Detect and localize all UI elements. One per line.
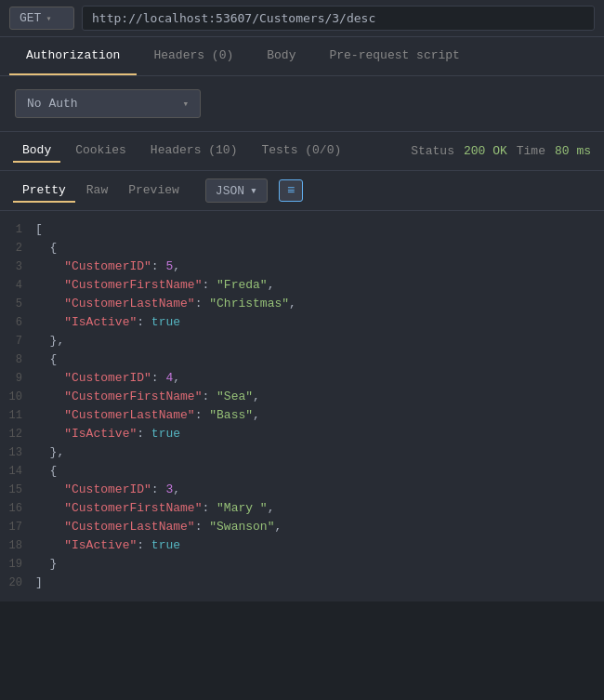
url-input[interactable]	[82, 6, 595, 31]
wrap-button[interactable]: ≡	[279, 179, 303, 202]
code-line: 3 "CustomerID": 5,	[0, 258, 604, 276]
method-label: GET	[20, 11, 41, 25]
line-number: 9	[0, 369, 35, 388]
line-number: 8	[0, 350, 35, 369]
fmt-tab-pretty[interactable]: Pretty	[13, 179, 75, 203]
json-format-dropdown[interactable]: JSON ▾	[205, 178, 268, 203]
code-line: 9 "CustomerID": 4,	[0, 369, 604, 388]
response-tabs: Body Cookies Headers (10) Tests (0/0) St…	[0, 132, 604, 171]
resp-tab-tests[interactable]: Tests (0/0)	[252, 139, 350, 163]
status-label: Status	[411, 144, 454, 158]
line-content: {	[35, 239, 57, 258]
code-line: 20]	[0, 574, 604, 592]
line-number: 10	[0, 388, 35, 406]
resp-tab-cookies[interactable]: Cookies	[66, 139, 136, 163]
auth-section: No Auth ▾	[0, 76, 604, 132]
line-number: 18	[0, 536, 35, 555]
line-content: "IsActive": true	[35, 313, 180, 332]
auth-type-label: No Auth	[27, 97, 78, 111]
code-line: 17 "CustomerLastName": "Swanson",	[0, 518, 604, 536]
code-line: 14 {	[0, 462, 604, 481]
line-content: "CustomerID": 4,	[35, 369, 180, 388]
code-line: 4 "CustomerFirstName": "Freda",	[0, 276, 604, 295]
line-number: 5	[0, 295, 35, 313]
line-content: "CustomerLastName": "Bass",	[35, 406, 260, 425]
response-area: Body Cookies Headers (10) Tests (0/0) St…	[0, 132, 604, 601]
code-line: 10 "CustomerFirstName": "Sea",	[0, 388, 604, 406]
line-number: 12	[0, 425, 35, 443]
fmt-tab-preview[interactable]: Preview	[119, 179, 189, 203]
code-line: 13 },	[0, 443, 604, 462]
code-line: 11 "CustomerLastName": "Bass",	[0, 406, 604, 425]
tab-body[interactable]: Body	[250, 37, 312, 75]
line-number: 13	[0, 443, 35, 462]
code-line: 6 "IsActive": true	[0, 313, 604, 332]
line-number: 6	[0, 313, 35, 332]
code-line: 18 "IsActive": true	[0, 536, 604, 555]
line-number: 1	[0, 220, 35, 239]
resp-tab-headers[interactable]: Headers (10)	[141, 139, 247, 163]
line-content: "IsActive": true	[35, 536, 180, 555]
code-line: 7 },	[0, 332, 604, 350]
code-line: 12 "IsActive": true	[0, 425, 604, 443]
line-number: 17	[0, 518, 35, 536]
line-content: {	[35, 350, 57, 369]
line-number: 15	[0, 481, 35, 499]
line-number: 7	[0, 332, 35, 350]
code-line: 5 "CustomerLastName": "Christmas",	[0, 295, 604, 313]
line-content: [	[35, 220, 43, 239]
url-bar: GET ▾	[0, 0, 604, 37]
method-chevron-icon: ▾	[46, 13, 51, 24]
line-number: 14	[0, 462, 35, 481]
tab-prerequest-script[interactable]: Pre-request script	[312, 37, 476, 75]
line-number: 4	[0, 276, 35, 295]
json-format-label: JSON	[216, 184, 244, 198]
line-content: }	[35, 555, 57, 574]
line-content: },	[35, 443, 64, 462]
line-number: 20	[0, 574, 35, 592]
line-number: 2	[0, 239, 35, 258]
fmt-tab-raw[interactable]: Raw	[77, 179, 117, 203]
time-value: 80 ms	[555, 144, 591, 158]
line-number: 3	[0, 258, 35, 276]
line-content: {	[35, 462, 57, 481]
time-label: Time	[517, 144, 545, 158]
format-tabs: Pretty Raw Preview JSON ▾ ≡	[0, 171, 604, 211]
tab-authorization[interactable]: Authorization	[9, 37, 137, 75]
line-content: ]	[35, 574, 43, 592]
auth-type-dropdown[interactable]: No Auth ▾	[15, 89, 201, 118]
line-number: 16	[0, 499, 35, 518]
line-content: },	[35, 332, 64, 350]
auth-chevron-icon: ▾	[182, 98, 189, 110]
request-tabs: Authorization Headers (0) Body Pre-reque…	[0, 37, 604, 76]
line-content: "CustomerFirstName": "Freda",	[35, 276, 274, 295]
status-value: 200 OK	[464, 144, 507, 158]
line-content: "CustomerLastName": "Christmas",	[35, 295, 296, 313]
line-content: "CustomerID": 5,	[35, 258, 180, 276]
line-content: "CustomerFirstName": "Sea",	[35, 388, 260, 406]
json-chevron-icon: ▾	[250, 183, 257, 198]
line-number: 11	[0, 406, 35, 425]
line-number: 19	[0, 555, 35, 574]
line-content: "CustomerID": 3,	[35, 481, 180, 499]
code-line: 19 }	[0, 555, 604, 574]
code-area: 1[2 {3 "CustomerID": 5,4 "CustomerFirstN…	[0, 211, 604, 601]
method-dropdown[interactable]: GET ▾	[9, 7, 74, 30]
line-content: "IsActive": true	[35, 425, 180, 443]
resp-tab-body[interactable]: Body	[13, 139, 60, 163]
code-line: 16 "CustomerFirstName": "Mary ",	[0, 499, 604, 518]
code-line: 1[	[0, 220, 604, 239]
line-content: "CustomerFirstName": "Mary ",	[35, 499, 274, 518]
code-line: 8 {	[0, 350, 604, 369]
line-content: "CustomerLastName": "Swanson",	[35, 518, 282, 536]
code-line: 2 {	[0, 239, 604, 258]
response-status: Status 200 OK Time 80 ms	[411, 144, 591, 158]
code-line: 15 "CustomerID": 3,	[0, 481, 604, 499]
tab-headers[interactable]: Headers (0)	[137, 37, 250, 75]
